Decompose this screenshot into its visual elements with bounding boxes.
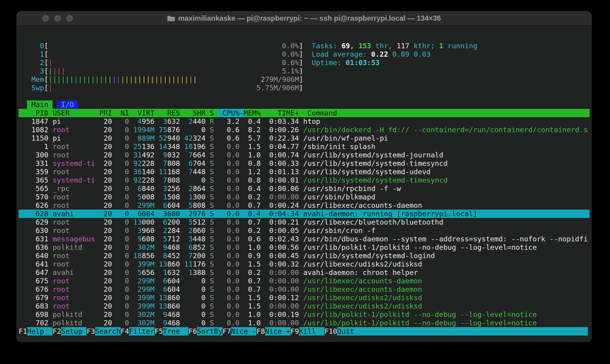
mem-cell: 0.8 [244,159,265,168]
traffic-lights [42,11,73,25]
swap-meter-row: Swp[| 5.75M/906M] [19,84,590,92]
process-row[interactable]: 675 root 20 0 299M 6604 0 S 0.0 0.7 0:00… [19,277,590,285]
process-row[interactable]: 1847 pi 20 0 4956 3632 2440 R 3.2 0.4 0:… [19,117,590,126]
state-cell: S [210,243,218,252]
pid-cell: 1847 [19,117,53,126]
ni-cell: 0 [116,260,133,268]
process-row[interactable]: 640 root 20 0 18856 8452 7200 S 0.0 0.9 … [19,252,590,260]
fkey-f4-label[interactable]: Filter [129,327,155,336]
process-row[interactable]: 565 _rpc 20 0 6840 3256 2864 S 0.0 0.4 0… [19,184,590,193]
cpu-cell: 0.0 [218,159,244,168]
fkey-f6-key[interactable]: F6 [189,327,197,336]
fkey-f8-label[interactable]: Nice + [265,327,291,336]
pid-cell: 683 [19,302,53,310]
state-cell: S [210,176,218,184]
tab-main[interactable]: Main [27,100,53,109]
sort-column-header[interactable]: CPU%- [218,109,244,117]
meter-bar: | [133,75,137,84]
process-row[interactable]: 628 avahi 20 0 6084 3680 2976 S 0.0 0.4 … [19,210,590,218]
pri-cell: 20 [99,310,116,319]
fkey-f10-key[interactable]: F10 [325,327,337,336]
fkey-f1-key[interactable]: F1 [19,327,27,336]
column-headers[interactable]: PID USER PRI NI VIRT RES SHR S [19,109,218,117]
function-key-bar: F1Help F2Setup F3SearchF4FilterF5Tree F6… [19,327,590,336]
process-row[interactable]: 570 root 20 0 5008 1508 1300 S 0.0 0.2 0… [19,193,590,201]
fkey-f3-key[interactable]: F3 [86,327,95,336]
pid-cell: 631 [19,235,53,243]
process-row[interactable]: 647 avahi 20 0 5656 1632 1388 S 0.0 0.2 … [19,268,590,277]
user-cell: _rpc [53,184,99,193]
cpu-cell: 0.0 [218,235,244,243]
user-cell: systemd-ti [53,176,99,184]
process-row[interactable]: 698 polkitd 20 0 302M 9468 0 S 0.0 1.0 0… [19,310,590,319]
state-cell: R [210,117,218,126]
fkey-f5-key[interactable]: F5 [155,327,163,336]
meter-bar: | [121,75,125,84]
pid-cell: 1082 [19,126,53,134]
mem-cell: 0.4 [244,210,265,218]
time-cell: 0:00.12 [265,294,303,302]
process-row[interactable]: 702 polkitd 20 0 302M 9468 0 S 0.0 1.0 0… [19,319,590,327]
user-cell: root [53,126,99,134]
process-row[interactable]: 630 root 20 0 3960 2284 2060 S 0.0 0.2 0… [19,226,590,235]
fkey-f7-label[interactable]: Nice - [231,327,256,336]
pri-cell: 20 [99,218,116,226]
time-cell: 0:01.13 [265,168,303,176]
process-row[interactable]: 641 root 20 0 399M 13860 11176 S 0.0 1.5… [19,260,590,268]
column-headers[interactable]: MEM% TIME+ Command [244,109,337,117]
pri-cell: 20 [99,134,116,142]
process-row[interactable]: 1150 pi 20 0 889M 52940 42324 S 0.6 5.7 … [19,134,590,142]
process-row[interactable]: 636 polkitd 20 0 302M 9468 6852 S 0.0 1.… [19,243,590,252]
state-cell: S [210,260,218,268]
process-row[interactable]: 365 systemd-ti 20 0 92228 7808 0 S 0.0 0… [19,176,590,184]
cpu-cell: 0.0 [218,277,244,285]
zoom-button[interactable] [66,15,73,22]
user-cell: avahi [53,210,99,218]
fkey-f5-label[interactable]: Tree [163,327,189,336]
tab-io[interactable]: I/O [57,100,78,109]
user-cell: root [53,294,99,302]
fkey-f1-label[interactable]: Help [27,327,53,336]
fkey-f6-label[interactable]: SortBy [197,327,222,336]
time-cell: 0:00.05 [265,226,303,235]
fkey-f8-key[interactable]: F8 [256,327,265,336]
pid-cell: 300 [19,151,53,159]
cpu-cell: 0.0 [218,184,244,193]
process-row[interactable]: 683 root 20 0 399M 13860 0 S 0.0 1.5 0:0… [19,302,590,310]
meter-bar: | [53,67,57,75]
cpu-cell: 0.0 [218,268,244,277]
meter-label: Swp [19,84,44,92]
process-row[interactable]: 676 root 20 0 299M 6604 0 S 0.0 0.7 0:00… [19,285,590,294]
ni-cell: 0 [116,277,133,285]
table-header-row[interactable]: PID USER PRI NI VIRT RES SHR S CPU%-MEM%… [19,109,590,117]
process-row[interactable]: 629 root 20 0 13000 6200 5512 S 0.0 0.7 … [19,218,590,226]
fkey-f7-key[interactable]: F7 [222,327,231,336]
command-cell: /usr/sbin/rpcbind -f -w [303,184,401,193]
fkey-f10-label[interactable]: Quit [337,327,588,336]
process-row[interactable]: 626 root 20 0 299M 6604 5808 S 0.0 0.7 0… [19,201,590,210]
process-row[interactable]: 300 root 20 0 31492 9032 7664 S 0.0 1.0 … [19,151,590,159]
process-row[interactable]: 631 messagebus 20 0 9608 5712 3448 S 0.0… [19,235,590,243]
process-row[interactable]: 1 root 20 0 25136 14348 10196 S 0.0 1.5 … [19,142,590,151]
fkey-f4-key[interactable]: F4 [121,327,129,336]
state-cell: S [210,226,218,235]
tab-bar: Main I/O [19,100,590,109]
minimize-button[interactable] [54,15,61,22]
fkey-f9-key[interactable]: F9 [291,327,299,336]
fkey-f9-label[interactable]: Kill [299,327,325,336]
close-button[interactable] [42,15,49,22]
process-row[interactable]: 1082 root 20 0 1994M 75876 0 S 0.6 8.2 0… [19,126,590,134]
process-row[interactable]: 331 systemd-ti 20 0 92228 7808 6704 S 0.… [19,159,590,168]
time-cell: 0:00.00 [265,285,303,294]
process-row[interactable]: 359 root 20 0 36140 11168 7448 S 0.0 1.2… [19,168,590,176]
fkey-f2-key[interactable]: F2 [53,327,61,336]
command-cell: /usr/lib/systemd/systemd-journald [303,151,443,159]
process-row[interactable]: 679 root 20 0 399M 13860 0 S 0.0 1.5 0:0… [19,294,590,302]
fkey-f3-label[interactable]: Search [95,327,121,336]
command-cell: /usr/lib/systemd/systemd-timesyncd [303,159,448,168]
meter-label: 1 [19,50,44,58]
command-cell: /usr/bin/wf-panel-pi [303,134,388,142]
mem-cell: 0.2 [244,193,265,201]
pri-cell: 20 [99,243,116,252]
fkey-f2-label[interactable]: Setup [61,327,86,336]
